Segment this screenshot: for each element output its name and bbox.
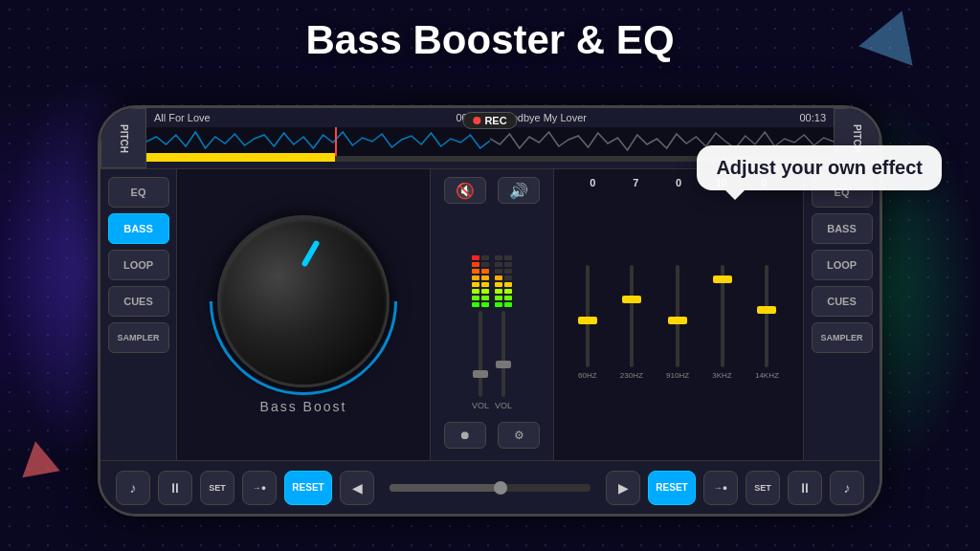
vu-col-1 <box>472 255 479 307</box>
right-vu-group: VOL <box>495 211 512 410</box>
progress-handle[interactable] <box>494 481 507 495</box>
vu-seg <box>481 296 489 300</box>
vu-seg <box>472 296 479 300</box>
vu-seg <box>481 255 489 260</box>
rec-label: REC <box>484 115 506 126</box>
vu-seg <box>481 262 489 267</box>
eq-fader-track-3khz <box>721 265 724 367</box>
vu-seg <box>481 289 489 294</box>
eq-fader-910hz: 910HZ <box>666 265 689 380</box>
left-music-button[interactable]: ♪ <box>116 471 150 505</box>
vu-seg <box>472 282 479 287</box>
eq-handle-230hz[interactable] <box>622 296 641 303</box>
progress-bar[interactable] <box>390 484 590 492</box>
eq-label-14khz: 14KHZ <box>755 371 779 380</box>
tooltip-bubble: Adjust your own effect <box>697 145 942 190</box>
eq-panel: 0 7 0 10 0 60HZ <box>554 169 803 460</box>
left-vu-bars <box>472 211 489 307</box>
left-set-button[interactable]: SET <box>200 471 234 505</box>
page-title: Bass Booster & EQ <box>305 17 674 63</box>
left-loop-button[interactable]: LOOP <box>108 250 169 280</box>
right-vol-fader-track <box>501 311 505 397</box>
settings-icon-button[interactable]: ⚙ <box>498 422 540 449</box>
left-sampler-button[interactable]: SAMPLER <box>108 322 169 353</box>
eq-val-0: 0 <box>578 177 607 188</box>
left-track-info: All For Love 00:11 <box>146 108 490 127</box>
eq-val-1: 7 <box>621 177 650 188</box>
left-play-cursor <box>335 127 337 156</box>
vu-seg <box>495 262 502 267</box>
right-reset-button[interactable]: RESET <box>648 471 696 505</box>
right-set-button[interactable]: SET <box>746 471 780 505</box>
eq-label-60hz: 60HZ <box>578 371 597 380</box>
vu-seg <box>504 262 512 267</box>
bass-knob[interactable] <box>217 215 390 387</box>
eq-faders-row: 60HZ 230HZ 910HZ <box>562 192 795 452</box>
left-waveform <box>146 127 490 156</box>
vu-seg <box>504 289 512 294</box>
knob-container <box>217 215 390 387</box>
vu-controls: 🔇 🔊 <box>438 177 546 204</box>
vu-seg <box>495 269 502 274</box>
eq-label-910hz: 910HZ <box>666 371 689 380</box>
bottom-bar: ♪ ⏸ SET →● RESET ◀ ▶ RESET →● SET ⏸ ♪ <box>100 460 880 514</box>
progress-fill <box>390 484 501 492</box>
left-prev-button[interactable]: ◀ <box>340 471 374 505</box>
left-vol-label: VOL <box>472 401 489 410</box>
right-vol-fader-handle[interactable] <box>496 361 511 368</box>
center-area: Bass Boost <box>177 169 430 460</box>
rec-button[interactable]: REC <box>462 112 517 129</box>
record-icon-button[interactable]: ⏺ <box>444 422 486 449</box>
left-bass-button[interactable]: BASS <box>108 213 169 244</box>
left-eq-button[interactable]: EQ <box>108 177 169 208</box>
vu-seg <box>504 276 512 280</box>
eq-val-2: 0 <box>664 177 693 188</box>
right-sampler-button[interactable]: SAMPLER <box>812 322 873 353</box>
vu-seg <box>504 282 512 287</box>
vu-seg <box>481 276 489 280</box>
eq-label-3khz: 3KHZ <box>712 371 731 380</box>
vu-seg <box>495 255 502 260</box>
vu-seg <box>481 269 489 274</box>
eq-fader-track-910hz <box>676 265 679 367</box>
left-track-section: All For Love 00:11 <box>146 108 490 168</box>
eq-fader-track-60hz <box>586 265 590 367</box>
vu-seg <box>481 302 489 307</box>
left-progress-line <box>146 153 490 156</box>
right-panel: EQ BASS LOOP CUES SAMPLER <box>803 169 880 460</box>
eq-handle-14khz[interactable] <box>757 306 776 314</box>
vol-down-button[interactable]: 🔇 <box>444 177 486 204</box>
vu-seg <box>495 302 502 307</box>
left-vol-fader-handle[interactable] <box>473 370 488 378</box>
vu-col-4 <box>504 255 512 307</box>
vu-col-3 <box>495 255 502 307</box>
right-arrow-rec-button[interactable]: →● <box>703 471 738 505</box>
left-pitch-button[interactable]: PITCH <box>100 108 146 168</box>
right-vol-label: VOL <box>495 401 512 410</box>
vu-seg <box>472 255 479 260</box>
right-music-button[interactable]: ♪ <box>830 471 864 505</box>
eq-fader-14khz: 14KHZ <box>755 265 779 380</box>
eq-handle-910hz[interactable] <box>668 317 687 324</box>
left-arrow-rec-button[interactable]: →● <box>242 471 277 505</box>
vu-seg <box>472 276 479 280</box>
vu-seg <box>504 302 512 307</box>
right-loop-button[interactable]: LOOP <box>812 250 873 280</box>
eq-label-230hz: 230HZ <box>620 371 643 380</box>
left-panel: EQ BASS LOOP CUES SAMPLER <box>100 169 177 460</box>
left-cues-button[interactable]: CUES <box>108 286 169 317</box>
eq-fader-60hz: 60HZ <box>578 265 597 380</box>
left-pause-button[interactable]: ⏸ <box>158 471 192 505</box>
vu-seg <box>472 262 479 267</box>
vu-seg <box>472 269 479 274</box>
vol-up-button[interactable]: 🔊 <box>498 177 540 204</box>
eq-handle-3khz[interactable] <box>713 276 732 283</box>
right-cues-button[interactable]: CUES <box>812 286 873 317</box>
right-pause-button[interactable]: ⏸ <box>788 471 822 505</box>
right-next-button[interactable]: ▶ <box>606 471 640 505</box>
right-track-info: Goodbye My Lover 00:13 <box>490 108 834 127</box>
right-bass-button[interactable]: BASS <box>812 213 873 244</box>
eq-handle-60hz[interactable] <box>578 317 597 324</box>
left-reset-button[interactable]: RESET <box>284 471 332 505</box>
left-vol-fader-track <box>479 311 482 397</box>
